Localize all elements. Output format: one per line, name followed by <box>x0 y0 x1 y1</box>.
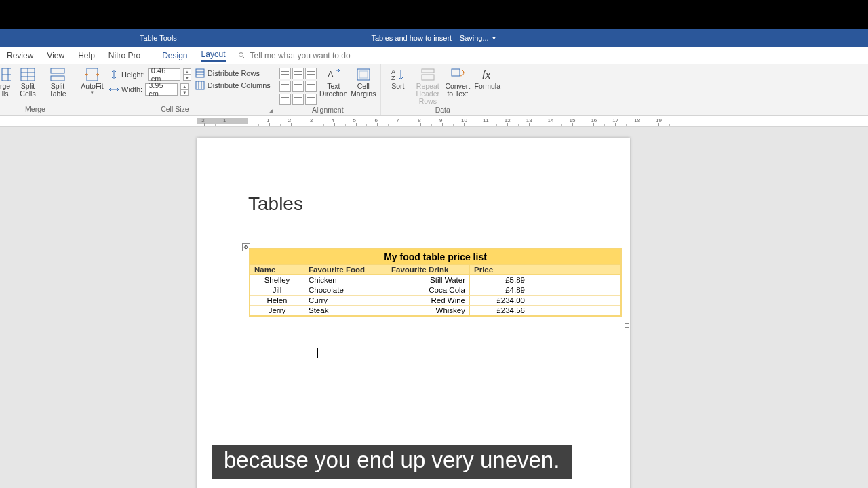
svg-rect-20 <box>359 71 368 78</box>
split-cells-button[interactable]: Split Cells <box>15 66 41 98</box>
cell-price[interactable]: £5.89 <box>470 275 532 285</box>
save-status: Saving... <box>460 34 489 42</box>
formula-icon: fx <box>479 67 496 82</box>
width-spinner[interactable]: ▲▼ <box>180 83 189 96</box>
cell-empty[interactable] <box>532 285 620 295</box>
cell-drink[interactable]: Red Wine <box>387 296 470 305</box>
table-title-cell[interactable]: My food table price list <box>250 249 620 265</box>
table-resize-handle[interactable] <box>625 323 629 328</box>
tab-layout[interactable]: Layout <box>195 47 233 64</box>
sort-button[interactable]: AZ Sort <box>385 66 411 90</box>
svg-text:A: A <box>328 69 334 79</box>
align-top-right[interactable] <box>305 68 317 79</box>
height-input[interactable]: 0.46 cm <box>148 68 180 81</box>
svg-rect-24 <box>422 75 434 80</box>
align-mid-right[interactable] <box>305 81 317 92</box>
group-label-alignment: Alignment <box>279 105 376 115</box>
svg-rect-12 <box>196 69 204 77</box>
distribute-rows-button[interactable]: Distribute Rows <box>195 68 271 78</box>
align-mid-center[interactable] <box>292 81 304 92</box>
cell-food[interactable]: Curry <box>304 296 387 305</box>
svg-rect-11 <box>87 68 98 81</box>
cell-price[interactable]: £234.56 <box>470 306 532 315</box>
page[interactable]: Tables ✥ My food table price list Name F… <box>197 138 630 488</box>
convert-to-text-icon <box>450 67 466 82</box>
tab-help[interactable]: Help <box>71 47 102 64</box>
table-header-row[interactable]: Name Favourite Food Favourite Drink Pric… <box>250 265 620 275</box>
autofit-button[interactable]: AutoFit ▾ <box>79 66 105 96</box>
table-row[interactable]: JillChocolateCoca Cola£4.89 <box>250 285 620 296</box>
repeat-header-rows-button: Repeat Header Rows <box>415 66 441 105</box>
svg-rect-25 <box>452 69 460 76</box>
cellsize-dialog-launcher[interactable]: ◢ <box>269 107 273 114</box>
align-bot-left[interactable] <box>279 94 291 105</box>
align-bot-center[interactable] <box>292 94 304 105</box>
cell-name[interactable]: Jill <box>250 285 304 295</box>
document-heading[interactable]: Tables <box>248 193 303 215</box>
header-empty[interactable] <box>532 265 620 274</box>
video-caption: because you end up very uneven. <box>212 445 572 479</box>
cell-name[interactable]: Helen <box>250 296 304 305</box>
convert-to-text-button[interactable]: Convert to Text <box>445 66 471 98</box>
cell-drink[interactable]: Still Water <box>387 275 470 285</box>
cell-empty[interactable] <box>532 306 620 315</box>
tab-design[interactable]: Design <box>155 47 194 64</box>
svg-text:fx: fx <box>482 69 491 81</box>
cell-margins-icon <box>355 67 372 82</box>
cell-food[interactable]: Steak <box>304 306 387 315</box>
svg-text:Z: Z <box>391 75 395 81</box>
align-top-center[interactable] <box>292 68 304 79</box>
distribute-columns-button[interactable]: Distribute Columns <box>195 81 271 90</box>
merge-cells-button[interactable]: rge lls <box>0 66 11 98</box>
table-row[interactable]: ShelleyChickenStill Water£5.89 <box>250 275 620 285</box>
contextual-tab-table-tools[interactable]: Table Tools <box>130 29 186 47</box>
split-table-button[interactable]: Split Table <box>45 66 71 98</box>
header-name[interactable]: Name <box>250 265 304 274</box>
header-food[interactable]: Favourite Food <box>304 265 387 274</box>
cell-price[interactable]: £4.89 <box>470 285 532 295</box>
tab-view[interactable]: View <box>40 47 71 64</box>
header-price[interactable]: Price <box>470 265 532 274</box>
align-top-left[interactable] <box>279 68 291 79</box>
tab-review[interactable]: Review <box>0 47 40 64</box>
document-title: Tables and how to insert - Saving... ▼ <box>371 34 496 42</box>
svg-line-1 <box>242 56 244 58</box>
cell-price[interactable]: £234.00 <box>470 296 532 305</box>
width-label: Width: <box>121 85 142 94</box>
svg-rect-15 <box>196 81 204 89</box>
cell-empty[interactable] <box>532 275 620 285</box>
align-mid-left[interactable] <box>279 81 291 92</box>
table-row[interactable]: JerrySteakWhiskey£234.56 <box>250 306 620 315</box>
height-label: Height: <box>121 70 145 79</box>
title-dropdown-icon[interactable]: ▼ <box>492 35 497 41</box>
document-canvas[interactable]: 2112345678910111213141516171819 Tables ✥… <box>0 116 868 488</box>
split-table-icon <box>50 67 66 82</box>
formula-button[interactable]: fx Formula <box>475 66 500 90</box>
table-row[interactable]: HelenCurryRed Wine£234.00 <box>250 296 620 306</box>
distribute-columns-icon <box>195 81 205 90</box>
height-spinner[interactable]: ▲▼ <box>183 68 191 81</box>
svg-rect-10 <box>51 76 64 81</box>
svg-rect-9 <box>51 68 64 73</box>
cell-drink[interactable]: Whiskey <box>387 306 470 315</box>
cell-margins-button[interactable]: Cell Margins <box>351 66 376 98</box>
tab-nitro-pro[interactable]: Nitro Pro <box>102 47 147 64</box>
width-input[interactable]: 3.95 cm <box>145 83 178 96</box>
horizontal-ruler[interactable]: 2112345678910111213141516171819 <box>0 116 868 127</box>
text-direction-button[interactable]: A Text Direction <box>321 66 347 98</box>
split-cells-icon <box>20 67 36 82</box>
align-bot-right[interactable] <box>305 94 317 105</box>
cell-food[interactable]: Chocolate <box>304 285 387 295</box>
ribbon: rge lls Split Cells Split Table Merge <box>0 64 868 116</box>
header-drink[interactable]: Favourite Drink <box>387 265 470 274</box>
cell-name[interactable]: Shelley <box>250 275 304 285</box>
cell-food[interactable]: Chicken <box>304 275 387 285</box>
cell-name[interactable]: Jerry <box>250 306 304 315</box>
price-table[interactable]: My food table price list Name Favourite … <box>249 248 622 317</box>
tell-me-search[interactable]: Tell me what you want to do <box>238 47 351 64</box>
cell-empty[interactable] <box>532 296 620 305</box>
group-label-merge: Merge <box>0 104 71 115</box>
cell-drink[interactable]: Coca Cola <box>387 285 470 295</box>
document-name: Tables and how to insert <box>371 34 452 42</box>
repeat-header-icon <box>420 67 436 82</box>
